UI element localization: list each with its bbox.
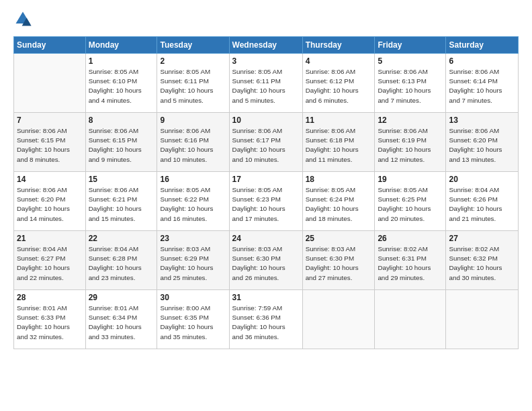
day-detail: Sunrise: 8:06 AM Sunset: 6:14 PM Dayligh… — [449, 67, 515, 105]
day-detail: Sunrise: 8:06 AM Sunset: 6:20 PM Dayligh… — [17, 185, 83, 224]
calendar-header-thursday: Thursday — [302, 37, 375, 54]
day-detail: Sunrise: 8:05 AM Sunset: 6:24 PM Dayligh… — [306, 185, 372, 224]
day-detail: Sunrise: 8:06 AM Sunset: 6:15 PM Dayligh… — [17, 126, 83, 165]
day-number: 24 — [232, 234, 300, 243]
calendar-cell: 17Sunrise: 8:05 AM Sunset: 6:23 PM Dayli… — [229, 172, 302, 231]
calendar-header-tuesday: Tuesday — [157, 37, 229, 54]
calendar-week-5: 28Sunrise: 8:01 AM Sunset: 6:33 PM Dayli… — [14, 290, 519, 349]
calendar-week-3: 14Sunrise: 8:06 AM Sunset: 6:20 PM Dayli… — [14, 172, 519, 231]
calendar-cell: 8Sunrise: 8:06 AM Sunset: 6:15 PM Daylig… — [85, 113, 157, 172]
day-number: 1 — [89, 56, 154, 66]
day-detail: Sunrise: 8:03 AM Sunset: 6:30 PM Dayligh… — [232, 244, 300, 283]
day-number: 17 — [232, 175, 300, 184]
day-detail: Sunrise: 8:00 AM Sunset: 6:35 PM Dayligh… — [160, 304, 226, 342]
day-detail: Sunrise: 8:03 AM Sunset: 6:30 PM Dayligh… — [306, 244, 372, 283]
day-detail: Sunrise: 8:06 AM Sunset: 6:15 PM Dayligh… — [89, 126, 154, 165]
day-detail: Sunrise: 8:05 AM Sunset: 6:11 PM Dayligh… — [232, 67, 300, 105]
day-number: 9 — [160, 116, 226, 125]
day-number: 16 — [160, 175, 226, 184]
calendar-header-wednesday: Wednesday — [229, 37, 302, 54]
day-number: 30 — [160, 293, 226, 302]
calendar-cell — [375, 290, 446, 349]
day-detail: Sunrise: 8:03 AM Sunset: 6:29 PM Dayligh… — [160, 244, 226, 283]
calendar-cell: 22Sunrise: 8:04 AM Sunset: 6:28 PM Dayli… — [85, 231, 157, 290]
calendar-cell: 4Sunrise: 8:06 AM Sunset: 6:12 PM Daylig… — [302, 54, 375, 113]
day-detail: Sunrise: 8:06 AM Sunset: 6:18 PM Dayligh… — [306, 126, 372, 165]
day-detail: Sunrise: 8:06 AM Sunset: 6:19 PM Dayligh… — [378, 126, 443, 165]
calendar-cell: 18Sunrise: 8:05 AM Sunset: 6:24 PM Dayli… — [302, 172, 375, 231]
day-detail: Sunrise: 8:04 AM Sunset: 6:26 PM Dayligh… — [449, 185, 515, 224]
day-number: 3 — [232, 56, 300, 66]
day-number: 25 — [306, 234, 372, 243]
day-number: 29 — [89, 293, 154, 302]
day-number: 20 — [449, 175, 515, 184]
calendar-cell: 21Sunrise: 8:04 AM Sunset: 6:27 PM Dayli… — [14, 231, 86, 290]
calendar-cell: 20Sunrise: 8:04 AM Sunset: 6:26 PM Dayli… — [446, 172, 519, 231]
calendar-cell: 1Sunrise: 8:05 AM Sunset: 6:10 PM Daylig… — [85, 54, 157, 113]
day-detail: Sunrise: 8:06 AM Sunset: 6:20 PM Dayligh… — [449, 126, 515, 165]
calendar-cell: 14Sunrise: 8:06 AM Sunset: 6:20 PM Dayli… — [14, 172, 86, 231]
calendar-cell: 19Sunrise: 8:05 AM Sunset: 6:25 PM Dayli… — [375, 172, 446, 231]
calendar-cell: 27Sunrise: 8:02 AM Sunset: 6:32 PM Dayli… — [446, 231, 519, 290]
day-number: 6 — [449, 56, 515, 66]
logo — [13, 11, 35, 30]
day-detail: Sunrise: 8:05 AM Sunset: 6:10 PM Dayligh… — [89, 67, 154, 105]
calendar-cell: 9Sunrise: 8:06 AM Sunset: 6:16 PM Daylig… — [157, 113, 229, 172]
day-number: 26 — [378, 234, 443, 243]
day-number: 13 — [449, 116, 515, 125]
day-number: 23 — [160, 234, 226, 243]
calendar-week-4: 21Sunrise: 8:04 AM Sunset: 6:27 PM Dayli… — [14, 231, 519, 290]
day-detail: Sunrise: 8:01 AM Sunset: 6:34 PM Dayligh… — [89, 304, 154, 342]
calendar-cell: 16Sunrise: 8:05 AM Sunset: 6:22 PM Dayli… — [157, 172, 229, 231]
header — [13, 11, 519, 30]
day-detail: Sunrise: 8:06 AM Sunset: 6:16 PM Dayligh… — [160, 126, 226, 165]
day-number: 21 — [17, 234, 83, 243]
calendar-cell: 2Sunrise: 8:05 AM Sunset: 6:11 PM Daylig… — [157, 54, 229, 113]
calendar-cell: 7Sunrise: 8:06 AM Sunset: 6:15 PM Daylig… — [14, 113, 86, 172]
calendar-cell: 23Sunrise: 8:03 AM Sunset: 6:29 PM Dayli… — [157, 231, 229, 290]
calendar-week-2: 7Sunrise: 8:06 AM Sunset: 6:15 PM Daylig… — [14, 113, 519, 172]
day-detail: Sunrise: 8:06 AM Sunset: 6:12 PM Dayligh… — [306, 67, 372, 105]
calendar-cell: 11Sunrise: 8:06 AM Sunset: 6:18 PM Dayli… — [302, 113, 375, 172]
logo-icon — [13, 9, 32, 28]
calendar-cell: 28Sunrise: 8:01 AM Sunset: 6:33 PM Dayli… — [14, 290, 86, 349]
calendar-cell: 5Sunrise: 8:06 AM Sunset: 6:13 PM Daylig… — [375, 54, 446, 113]
day-detail: Sunrise: 8:01 AM Sunset: 6:33 PM Dayligh… — [17, 304, 83, 342]
day-number: 22 — [89, 234, 154, 243]
calendar-header-friday: Friday — [375, 37, 446, 54]
day-detail: Sunrise: 8:06 AM Sunset: 6:21 PM Dayligh… — [89, 185, 154, 224]
day-detail: Sunrise: 8:02 AM Sunset: 6:32 PM Dayligh… — [449, 244, 515, 283]
page: SundayMondayTuesdayWednesdayThursdayFrid… — [0, 0, 532, 356]
calendar-header-sunday: Sunday — [14, 37, 86, 54]
calendar-week-1: 1Sunrise: 8:05 AM Sunset: 6:10 PM Daylig… — [14, 54, 519, 113]
day-detail: Sunrise: 8:04 AM Sunset: 6:28 PM Dayligh… — [89, 244, 154, 283]
day-number: 27 — [449, 234, 515, 243]
calendar-cell: 10Sunrise: 8:06 AM Sunset: 6:17 PM Dayli… — [229, 113, 302, 172]
calendar-header-saturday: Saturday — [446, 37, 519, 54]
day-number: 4 — [306, 56, 372, 66]
calendar-cell: 29Sunrise: 8:01 AM Sunset: 6:34 PM Dayli… — [85, 290, 157, 349]
day-number: 19 — [378, 175, 443, 184]
calendar-cell: 3Sunrise: 8:05 AM Sunset: 6:11 PM Daylig… — [229, 54, 302, 113]
day-number: 15 — [89, 175, 154, 184]
calendar-cell: 6Sunrise: 8:06 AM Sunset: 6:14 PM Daylig… — [446, 54, 519, 113]
day-number: 14 — [17, 175, 83, 184]
day-number: 2 — [160, 56, 226, 66]
day-number: 31 — [232, 293, 300, 302]
day-detail: Sunrise: 8:02 AM Sunset: 6:31 PM Dayligh… — [378, 244, 443, 283]
calendar-cell — [14, 54, 86, 113]
day-number: 11 — [306, 116, 372, 125]
calendar-cell: 30Sunrise: 8:00 AM Sunset: 6:35 PM Dayli… — [157, 290, 229, 349]
calendar-cell: 25Sunrise: 8:03 AM Sunset: 6:30 PM Dayli… — [302, 231, 375, 290]
day-detail: Sunrise: 8:05 AM Sunset: 6:11 PM Dayligh… — [160, 67, 226, 105]
day-detail: Sunrise: 8:04 AM Sunset: 6:27 PM Dayligh… — [17, 244, 83, 283]
day-detail: Sunrise: 8:05 AM Sunset: 6:22 PM Dayligh… — [160, 185, 226, 224]
calendar-cell: 13Sunrise: 8:06 AM Sunset: 6:20 PM Dayli… — [446, 113, 519, 172]
day-detail: Sunrise: 8:06 AM Sunset: 6:13 PM Dayligh… — [378, 67, 443, 105]
day-number: 28 — [17, 293, 83, 302]
day-number: 8 — [89, 116, 154, 125]
calendar-cell — [302, 290, 375, 349]
day-detail: Sunrise: 8:05 AM Sunset: 6:25 PM Dayligh… — [378, 185, 443, 224]
day-detail: Sunrise: 7:59 AM Sunset: 6:36 PM Dayligh… — [232, 304, 300, 342]
day-number: 5 — [378, 56, 443, 66]
